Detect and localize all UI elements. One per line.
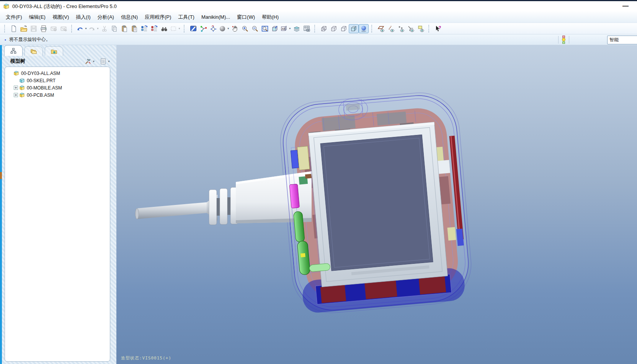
refit-button[interactable] xyxy=(260,24,270,33)
toolbar-grip xyxy=(428,25,430,32)
svg-text:?: ? xyxy=(438,25,441,30)
minimize-button[interactable]: — xyxy=(622,3,629,10)
redo-button: ▼ xyxy=(88,24,100,33)
model-tree-title: 模型树 xyxy=(10,58,25,65)
menu-item-1[interactable]: 编辑(E) xyxy=(26,12,49,23)
message-bullet-icon: • xyxy=(5,37,6,42)
saved-views-button[interactable]: AB▼ xyxy=(280,24,292,33)
toolbar: ▼▼▼▼AB▼? xyxy=(0,23,637,34)
spin-center-button[interactable] xyxy=(208,24,218,33)
realism-button[interactable] xyxy=(359,24,369,33)
tree-node-label: 00-SKEL.PRT xyxy=(27,78,56,83)
expander-spacer xyxy=(14,78,18,83)
panel-resize-sash[interactable] xyxy=(110,45,116,364)
tree-node-label: 00-PCB.ASM xyxy=(27,93,54,98)
titlebar: 00-DY03-ALL (活动的) - Creo Elements/Pro 5.… xyxy=(0,0,637,11)
expander-spacer xyxy=(8,71,12,75)
expander-plus-icon[interactable] xyxy=(14,86,18,90)
asm-node-icon xyxy=(19,85,25,91)
layers-button[interactable] xyxy=(292,24,302,33)
tree-node-00-DY03-ALL.ASM[interactable]: 00-DY03-ALL.ASM xyxy=(7,70,108,77)
toolbar-grip xyxy=(314,25,316,32)
tab-folder-browser[interactable] xyxy=(24,46,43,56)
tree-display-options-button[interactable]: ▼ xyxy=(100,58,110,65)
print-button[interactable] xyxy=(39,24,49,33)
prt-node-icon xyxy=(19,78,25,83)
asm-node-icon xyxy=(13,70,19,76)
zoom-out-button[interactable] xyxy=(250,24,260,33)
selection-filter-combobox[interactable]: 智能 xyxy=(607,36,637,44)
view-manager-button[interactable] xyxy=(302,24,312,33)
tree-node-00-MOBILE.ASM[interactable]: 00-MOBILE.ASM xyxy=(7,84,108,91)
menu-item-9[interactable]: 窗口(W) xyxy=(234,12,258,23)
dropdown-arrow-icon[interactable]: ▼ xyxy=(108,60,110,63)
divider xyxy=(558,36,559,44)
tree-node-00-SKEL.PRT[interactable]: 00-SKEL.PRT xyxy=(7,77,108,84)
copy-button[interactable] xyxy=(109,24,119,33)
menu-item-5[interactable]: 信息(N) xyxy=(118,12,141,23)
paste-special-button[interactable] xyxy=(129,24,139,33)
tog-plane-button[interactable] xyxy=(376,24,386,33)
dropdown-arrow-icon[interactable]: ▼ xyxy=(289,27,291,30)
repaint-button[interactable] xyxy=(188,24,198,33)
menu-item-10[interactable]: 帮助(H) xyxy=(258,12,282,23)
3d-scene[interactable] xyxy=(116,45,637,364)
expander-plus-icon[interactable] xyxy=(14,93,18,97)
save-button xyxy=(29,24,39,33)
shaded-sphere-button[interactable]: ▼ xyxy=(218,24,230,33)
undo-button[interactable]: ▼ xyxy=(76,24,88,33)
dropdown-arrow-icon[interactable]: ▼ xyxy=(85,27,87,30)
toolbar-grip xyxy=(184,25,186,32)
regen-blue-button[interactable] xyxy=(139,24,149,33)
message-text: 将不显示旋转中心。 xyxy=(9,36,51,43)
tab-favorites[interactable] xyxy=(45,46,63,56)
cube-nohid-button[interactable] xyxy=(339,24,349,33)
tog-csys-button[interactable] xyxy=(406,24,416,33)
toolbar-grip xyxy=(371,25,373,32)
toolbar-grip xyxy=(4,25,6,32)
mail-link-button xyxy=(59,24,69,33)
menu-item-6[interactable]: 应用程序(P) xyxy=(141,12,175,23)
pan-hand-button[interactable] xyxy=(230,24,240,33)
menu-item-4[interactable]: 分析(A) xyxy=(94,12,118,23)
usb-connector[interactable] xyxy=(136,171,312,225)
traffic-light-icon xyxy=(561,36,566,44)
menu-item-3[interactable]: 插入(I) xyxy=(72,12,94,23)
graphics-viewport[interactable]: 造型状态:VIS0015(+) xyxy=(116,45,637,364)
message-bar: • 将不显示旋转中心。 智能 xyxy=(0,34,637,45)
tree-settings-button[interactable]: ▼ xyxy=(84,58,95,65)
menu-item-8[interactable]: Manikin(M)... xyxy=(198,12,234,22)
help-arrow-button[interactable]: ? xyxy=(433,24,443,33)
cube-shaded-button[interactable] xyxy=(349,24,359,33)
find-button[interactable] xyxy=(159,24,169,33)
reorient-button[interactable] xyxy=(270,24,280,33)
tree-node-00-PCB.ASM[interactable]: 00-PCB.ASM xyxy=(7,91,108,99)
tab-model-tree[interactable] xyxy=(4,45,23,56)
model-tree-box: 00-DY03-ALL.ASM00-SKEL.PRT00-MOBILE.ASM0… xyxy=(5,67,110,362)
navigator-panel: 模型树 ▼▼ 00-DY03-ALL.ASM00-SKEL.PRT00-MOBI… xyxy=(2,45,116,364)
open-folder-button[interactable] xyxy=(19,24,29,33)
paste-button[interactable] xyxy=(119,24,129,33)
tog-axis-button[interactable] xyxy=(386,24,396,33)
cube-wire-button[interactable] xyxy=(319,24,329,33)
menu-item-2[interactable]: 视图(V) xyxy=(49,12,72,23)
zoom-in-button[interactable] xyxy=(240,24,250,33)
window-doc-icon xyxy=(3,3,10,10)
tog-point-button[interactable] xyxy=(396,24,406,33)
strain-relief-fins xyxy=(209,187,238,225)
regen-red-button[interactable] xyxy=(149,24,159,33)
menu-item-7[interactable]: 工具(T) xyxy=(175,12,198,23)
select-rect-button: ▼ xyxy=(169,24,181,33)
dropdown-arrow-icon[interactable]: ▼ xyxy=(227,27,230,30)
datum-balls-button[interactable] xyxy=(198,24,208,33)
dropdown-arrow-icon[interactable]: ▼ xyxy=(96,27,99,30)
navigator-tabs xyxy=(4,46,65,56)
menu-item-0[interactable]: 文件(F) xyxy=(2,12,26,23)
dropdown-arrow-icon[interactable]: ▼ xyxy=(178,27,181,30)
tog-note-button[interactable] xyxy=(416,24,426,33)
new-file-button[interactable] xyxy=(9,24,19,33)
tree-node-label: 00-MOBILE.ASM xyxy=(27,85,62,91)
dropdown-arrow-icon[interactable]: ▼ xyxy=(92,60,95,63)
cube-hidden-button[interactable] xyxy=(329,24,339,33)
style-state-label: 造型状态:VIS0015(+) xyxy=(121,355,172,361)
